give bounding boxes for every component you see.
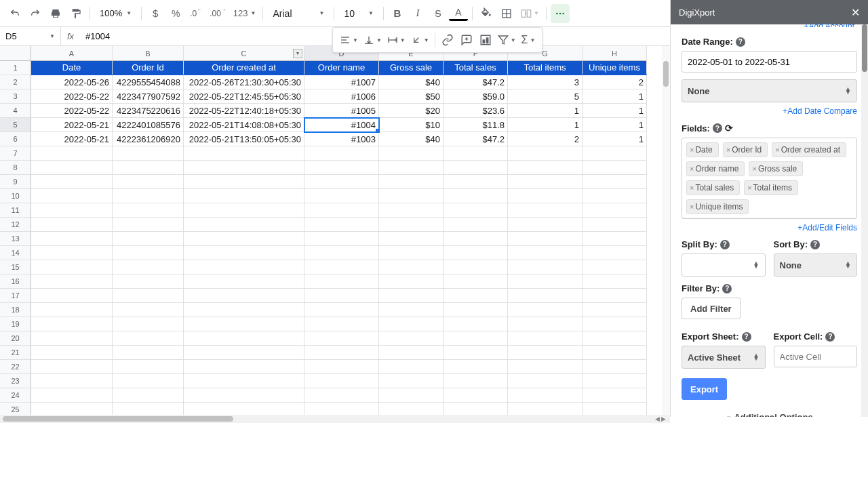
cell[interactable]: $59.0 bbox=[443, 89, 508, 104]
bold-button[interactable]: B bbox=[388, 4, 407, 23]
cell[interactable] bbox=[583, 303, 647, 317]
help-icon[interactable]: ? bbox=[736, 37, 745, 47]
remove-chip-icon[interactable]: × bbox=[775, 146, 779, 154]
cell[interactable] bbox=[184, 360, 304, 374]
font-size-dropdown[interactable]: 10▼ bbox=[338, 8, 379, 19]
cell[interactable] bbox=[508, 303, 583, 317]
cell[interactable] bbox=[304, 161, 379, 175]
field-chip[interactable]: ×Total items bbox=[744, 180, 798, 195]
cell[interactable] bbox=[304, 189, 379, 203]
cell[interactable]: 1 bbox=[583, 104, 647, 118]
cell[interactable] bbox=[113, 246, 184, 260]
cell[interactable] bbox=[379, 360, 443, 374]
cell[interactable] bbox=[31, 346, 113, 360]
cell[interactable] bbox=[508, 232, 583, 246]
cell[interactable] bbox=[184, 189, 304, 203]
cell[interactable] bbox=[31, 260, 113, 274]
cell[interactable]: #1004 bbox=[304, 118, 379, 132]
column-header[interactable]: C▼ bbox=[184, 46, 304, 61]
row-header[interactable]: 16 bbox=[0, 274, 31, 289]
cell[interactable] bbox=[113, 317, 184, 331]
cell[interactable] bbox=[379, 374, 443, 388]
cell[interactable] bbox=[304, 317, 379, 331]
cell[interactable]: 4223475220616 bbox=[113, 104, 184, 118]
cell[interactable] bbox=[184, 303, 304, 317]
insert-chart-button[interactable] bbox=[476, 30, 495, 49]
cell[interactable] bbox=[443, 289, 508, 303]
cell[interactable]: 2022-05-22 bbox=[31, 89, 113, 104]
side-panel-scrollbar[interactable] bbox=[861, 24, 868, 417]
row-header[interactable]: 6 bbox=[0, 132, 31, 146]
horizontal-align-dropdown[interactable]: ▼ bbox=[337, 30, 361, 49]
cell[interactable]: $23.6 bbox=[443, 104, 508, 118]
cell[interactable]: $50 bbox=[379, 89, 443, 104]
paint-format-button[interactable] bbox=[66, 4, 85, 23]
cell[interactable] bbox=[304, 303, 379, 317]
cell[interactable] bbox=[583, 403, 647, 415]
cell[interactable] bbox=[443, 161, 508, 175]
cell[interactable]: 2022-05-22T12:45:55+05:30 bbox=[184, 89, 304, 104]
cell[interactable] bbox=[508, 374, 583, 388]
remove-chip-icon[interactable]: × bbox=[690, 203, 694, 211]
cell[interactable] bbox=[443, 303, 508, 317]
cell[interactable] bbox=[379, 161, 443, 175]
additional-options-toggle[interactable]: ▼ Additional Options bbox=[682, 412, 857, 417]
cell[interactable] bbox=[184, 331, 304, 346]
cell[interactable] bbox=[184, 388, 304, 403]
cell[interactable]: 4222401085576 bbox=[113, 118, 184, 132]
row-header[interactable]: 2 bbox=[0, 75, 31, 89]
row-header[interactable]: 11 bbox=[0, 203, 31, 218]
row-header[interactable]: 7 bbox=[0, 146, 31, 161]
redo-button[interactable] bbox=[26, 4, 45, 23]
cell[interactable]: 5 bbox=[508, 89, 583, 104]
add-date-compare-link[interactable]: +Add Date Compare bbox=[682, 106, 857, 116]
cell[interactable] bbox=[379, 203, 443, 218]
cell[interactable] bbox=[583, 175, 647, 189]
cell[interactable]: #1007 bbox=[304, 75, 379, 89]
cell[interactable] bbox=[113, 175, 184, 189]
cell[interactable] bbox=[443, 388, 508, 403]
increase-decimal-button[interactable]: .00→ bbox=[207, 4, 229, 23]
remove-chip-icon[interactable]: × bbox=[690, 146, 694, 154]
row-header[interactable]: 24 bbox=[0, 388, 31, 403]
help-icon[interactable]: ? bbox=[720, 240, 730, 249]
cell[interactable] bbox=[113, 403, 184, 415]
field-chip[interactable]: ×Total sales bbox=[686, 180, 740, 195]
cell[interactable] bbox=[379, 218, 443, 232]
refresh-icon[interactable]: ⟳ bbox=[725, 123, 733, 134]
cell[interactable] bbox=[304, 175, 379, 189]
cell[interactable] bbox=[443, 317, 508, 331]
column-header[interactable]: B bbox=[113, 46, 184, 61]
strikethrough-button[interactable]: S bbox=[429, 4, 448, 23]
cell[interactable] bbox=[583, 317, 647, 331]
row-header[interactable]: 9 bbox=[0, 175, 31, 189]
cell[interactable] bbox=[508, 289, 583, 303]
cell[interactable] bbox=[184, 346, 304, 360]
cell[interactable] bbox=[113, 374, 184, 388]
cell[interactable] bbox=[583, 274, 647, 289]
cell[interactable] bbox=[443, 403, 508, 415]
cell[interactable] bbox=[304, 374, 379, 388]
cell[interactable] bbox=[508, 189, 583, 203]
cell[interactable]: #1006 bbox=[304, 89, 379, 104]
cell[interactable]: 2 bbox=[583, 75, 647, 89]
cell[interactable] bbox=[583, 246, 647, 260]
cell[interactable] bbox=[443, 374, 508, 388]
row-header[interactable]: 13 bbox=[0, 232, 31, 246]
cell[interactable] bbox=[113, 360, 184, 374]
cell[interactable] bbox=[443, 146, 508, 161]
name-box[interactable]: D5▼ bbox=[0, 27, 61, 45]
cell[interactable]: Gross sale bbox=[379, 61, 443, 75]
cell[interactable] bbox=[184, 403, 304, 415]
cell[interactable] bbox=[304, 289, 379, 303]
cell[interactable] bbox=[508, 403, 583, 415]
row-header[interactable]: 10 bbox=[0, 189, 31, 203]
row-header[interactable]: 20 bbox=[0, 331, 31, 346]
cell[interactable] bbox=[379, 260, 443, 274]
cell[interactable] bbox=[443, 232, 508, 246]
cell[interactable] bbox=[304, 346, 379, 360]
cell[interactable] bbox=[379, 331, 443, 346]
sort-by-select[interactable]: None▲▼ bbox=[774, 253, 858, 277]
cell[interactable]: $20 bbox=[379, 104, 443, 118]
cell[interactable]: $47.2 bbox=[443, 75, 508, 89]
